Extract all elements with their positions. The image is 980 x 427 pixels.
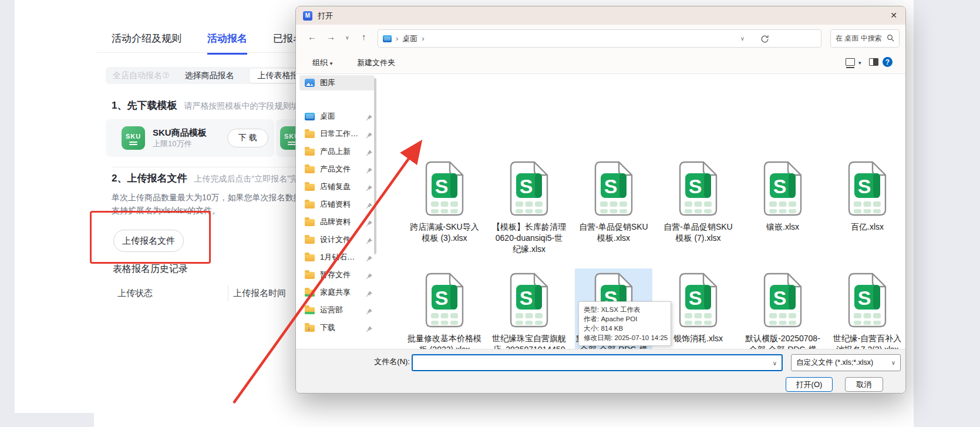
file-name: 【模板】长库龄清理0620-duansiqi5-世纪缘.xlsx: [490, 221, 568, 255]
tooltip-line: 大小: 814 KB: [584, 324, 666, 333]
search-icon: [887, 34, 894, 43]
xlsx-file-icon: S: [575, 160, 652, 217]
file-name: 跨店满减-SKU导入模板 (3).xlsx: [406, 221, 483, 244]
open-file-dialog: M 打开 ✕ ← → ∨ ↑ › 桌面 › ∨ 在 桌面 中搜索: [295, 6, 906, 394]
file-item[interactable]: S跨店满减-SKU导入模板 (3).xlsx: [406, 157, 483, 244]
svg-text:S: S: [435, 175, 449, 197]
subtab-bar: 全店自动报名⑦选择商品报名上传表格报名历: [106, 67, 301, 84]
tab-1[interactable]: 活动介绍及规则: [112, 32, 181, 55]
xlsx-file-icon: S: [744, 160, 821, 217]
tooltip-line: 修改日期: 2025-07-10 14:25: [584, 333, 666, 342]
section1-title: 1、先下载模板: [112, 99, 177, 112]
xlsx-file-icon: S: [659, 160, 737, 217]
organize-button[interactable]: 组织 ▾: [312, 58, 332, 68]
file-item[interactable]: S【模板】长库龄清理0620-duansiqi5-世纪缘.xlsx: [490, 157, 568, 255]
app-icon: M: [303, 11, 312, 21]
svg-text:S: S: [520, 287, 533, 309]
svg-text:S: S: [773, 287, 787, 309]
tooltip-line: 作者: Apache POI: [584, 314, 666, 324]
file-name: 镶嵌.xlsx: [744, 221, 821, 233]
file-item[interactable]: S批量修改基本价格模板 (2023).xlsx: [406, 268, 483, 355]
filename-label: 文件名(N):: [372, 357, 410, 367]
close-icon[interactable]: ✕: [890, 11, 897, 20]
xlsx-file-icon: S: [490, 272, 568, 328]
filename-dropdown-icon[interactable]: ∨: [773, 360, 777, 367]
view-mode-icon[interactable]: [846, 58, 855, 66]
organize-caret-icon: ▾: [330, 60, 333, 66]
file-item[interactable]: S自营-单品促销SKU模板.xlsx: [575, 157, 652, 244]
xlsx-file-icon: S: [744, 272, 821, 328]
help-icon[interactable]: ?: [883, 57, 893, 67]
filename-input[interactable]: ∨: [412, 354, 783, 371]
search-placeholder: 在 桌面 中搜索: [836, 33, 882, 43]
page-tabs: 活动介绍及规则活动报名已报名管理: [112, 32, 323, 55]
svg-text:S: S: [773, 175, 787, 197]
template-title: SKU商品模板: [153, 127, 207, 138]
dialog-navbar: ← → ∨ ↑ › 桌面 › ∨ 在 桌面 中搜索: [296, 25, 905, 52]
svg-text:S: S: [435, 287, 449, 309]
template-limit: 上限10万件: [153, 139, 191, 148]
breadcrumb-chevron-icon: ›: [396, 34, 398, 43]
dialog-title: 打开: [318, 11, 333, 21]
svg-text:S: S: [689, 287, 702, 309]
breadcrumb[interactable]: 桌面: [402, 33, 417, 44]
search-input[interactable]: 在 桌面 中搜索: [830, 29, 900, 48]
download-button[interactable]: 下 载: [227, 129, 268, 147]
history-title: 表格报名历史记录: [113, 263, 188, 275]
svg-text:S: S: [520, 175, 533, 197]
desktop-icon: [383, 35, 392, 42]
new-folder-button[interactable]: 新建文件夹: [357, 58, 395, 68]
tab-divider: [97, 52, 297, 53]
sku-file-icon: SKU: [122, 126, 145, 150]
filetype-value: 自定义文件 (*.xls;*.xlsx): [796, 358, 873, 368]
tooltip-line: 类型: XLSX 工作表: [584, 305, 666, 314]
sku-template-card: SKU SKU商品模板 上限10万件 下 载: [106, 119, 274, 157]
xlsx-file-icon: S: [829, 272, 906, 328]
recent-chevron-icon[interactable]: ∨: [345, 35, 349, 41]
file-item[interactable]: S自营-单品促销SKU模板 (7).xlsx: [659, 157, 737, 244]
address-dropdown-icon[interactable]: ∨: [740, 35, 745, 42]
filetype-caret-icon: ∨: [891, 359, 895, 366]
svg-text:S: S: [858, 287, 871, 309]
section2-title: 2、上传报名文件: [112, 172, 187, 185]
dialog-bottom-bar: 文件名(N): ∨ 自定义文件 (*.xls;*.xlsx) ∨ 打开(O) 取…: [296, 349, 905, 394]
dialog-toolbar: 组织 ▾ 新建文件夹 ▾ ?: [296, 52, 905, 74]
dialog-titlebar[interactable]: M 打开: [296, 6, 905, 25]
subtab-2[interactable]: 选择商品报名: [185, 70, 234, 81]
file-item[interactable]: S百亿.xlsx: [829, 157, 906, 233]
address-bar[interactable]: › 桌面 › ∨: [378, 29, 821, 48]
section-upload-file: 2、上传报名文件 上传完成后点击“立即报名”完成报名: [112, 172, 323, 185]
svg-text:S: S: [858, 175, 871, 197]
section1-desc: 请严格按照模板中的字段规则填写: [184, 101, 307, 112]
tab-2[interactable]: 活动报名: [207, 32, 247, 55]
history-header-status: 上传状态: [117, 288, 153, 299]
file-item[interactable]: S镶嵌.xlsx: [744, 157, 821, 233]
breadcrumb-chevron-icon: ›: [422, 34, 424, 43]
refresh-icon[interactable]: [760, 35, 769, 45]
xlsx-file-icon: S: [406, 272, 483, 328]
view-mode-caret-icon[interactable]: ▾: [858, 60, 861, 66]
file-name: 自营-单品促销SKU模板 (7).xlsx: [659, 221, 737, 244]
file-name: 自营-单品促销SKU模板.xlsx: [575, 221, 652, 244]
xlsx-file-icon: S: [829, 160, 906, 217]
up-icon[interactable]: ↑: [362, 32, 366, 42]
section-download-template: 1、先下载模板 请严格按照模板中的字段规则填写: [112, 99, 307, 112]
xlsx-file-icon: S: [406, 160, 483, 217]
cancel-button[interactable]: 取消: [845, 377, 883, 392]
forward-icon[interactable]: →: [326, 32, 335, 42]
subtab-1[interactable]: 全店自动报名⑦: [113, 70, 170, 81]
open-button[interactable]: 打开(O): [786, 377, 833, 392]
section-divider: [112, 167, 297, 167]
preview-pane-icon[interactable]: [869, 58, 878, 66]
svg-text:S: S: [689, 175, 702, 197]
xlsx-file-icon: S: [490, 160, 568, 217]
annotation-rectangle: [90, 211, 211, 264]
filetype-select[interactable]: 自定义文件 (*.xls;*.xlsx) ∨: [791, 354, 901, 371]
history-header-divider: [228, 285, 228, 301]
file-item[interactable]: S世纪缘-自营百补入池报名7.2(2).xlsx: [829, 268, 906, 355]
page-background-tail: [94, 413, 914, 427]
file-name: 百亿.xlsx: [829, 221, 906, 233]
file-tooltip: 类型: XLSX 工作表作者: Apache POI大小: 814 KB修改日期…: [578, 301, 671, 346]
back-icon[interactable]: ←: [308, 32, 316, 42]
subtab-3[interactable]: 上传表格报名: [250, 69, 301, 83]
